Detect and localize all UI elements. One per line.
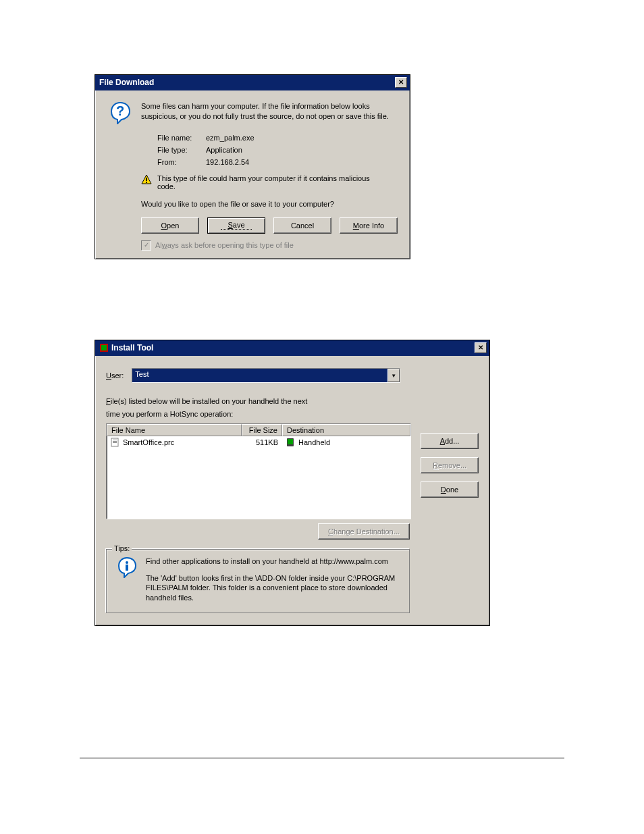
warning-message: Some files can harm your computer. If th… bbox=[141, 101, 398, 122]
svg-rect-5 bbox=[101, 345, 107, 350]
done-button[interactable]: Done bbox=[421, 481, 479, 498]
row0-dest: Handheld bbox=[298, 438, 330, 446]
more-info-button[interactable]: More Info bbox=[340, 217, 398, 234]
filename-label: File name: bbox=[157, 134, 206, 142]
close-icon[interactable]: ✕ bbox=[475, 342, 487, 353]
file-download-dialog: File Download ✕ ? Some files can harm yo… bbox=[95, 74, 410, 259]
cancel-button[interactable]: Cancel bbox=[273, 217, 331, 234]
tips-legend: Tips: bbox=[112, 544, 132, 552]
svg-rect-8 bbox=[113, 441, 117, 442]
prc-file-icon bbox=[111, 438, 120, 447]
svg-rect-7 bbox=[113, 440, 117, 440]
svg-rect-9 bbox=[113, 442, 117, 443]
save-button[interactable]: Save bbox=[207, 217, 265, 234]
remove-button: Remove... bbox=[421, 457, 479, 473]
handheld-icon bbox=[286, 438, 294, 447]
install-tool-app-icon bbox=[99, 343, 109, 353]
change-destination-button: Change Destination... bbox=[318, 523, 410, 540]
file-listview[interactable]: File Name File Size Destination SmartOff… bbox=[106, 423, 411, 519]
instruction-line2: time you perform a HotSync operation: bbox=[106, 409, 479, 419]
footer-divider bbox=[80, 758, 564, 758]
tips-line2: The 'Add' button looks first in the \ADD… bbox=[146, 573, 400, 604]
question-icon: ? bbox=[109, 101, 132, 124]
open-save-question: Would you like to open the file or save … bbox=[141, 200, 398, 208]
from-label: From: bbox=[157, 158, 206, 166]
user-combobox[interactable]: Test ▼ bbox=[132, 368, 400, 383]
close-icon[interactable]: ✕ bbox=[395, 77, 407, 88]
user-label: User: bbox=[106, 371, 124, 380]
page: File Download ✕ ? Some files can harm yo… bbox=[0, 0, 644, 834]
open-button[interactable]: Open bbox=[141, 217, 199, 234]
tips-line1: Find other applications to install on yo… bbox=[146, 556, 400, 567]
harm-warning: This type of file could harm your comput… bbox=[157, 174, 380, 190]
file-download-body: ? Some files can harm your computer. If … bbox=[95, 90, 410, 259]
open-button-rest: pen bbox=[167, 221, 179, 230]
svg-rect-2 bbox=[146, 178, 147, 181]
list-item[interactable]: SmartOffice.prc 511KB Handheld bbox=[107, 436, 410, 448]
file-download-titlebar: File Download ✕ bbox=[95, 75, 410, 90]
filename-value: ezm_palm.exe bbox=[206, 134, 398, 142]
chevron-down-icon[interactable]: ▼ bbox=[387, 369, 400, 382]
svg-point-12 bbox=[126, 561, 128, 564]
column-destination[interactable]: Destination bbox=[282, 424, 410, 436]
install-tool-titlebar: Install Tool ✕ bbox=[95, 340, 489, 356]
filetype-value: Application bbox=[206, 146, 398, 154]
cancel-button-label: Cancel bbox=[291, 221, 314, 230]
user-selected: Test bbox=[132, 369, 387, 382]
always-ask-row: ✓ Always ask before opening this type of… bbox=[141, 240, 398, 251]
info-icon bbox=[116, 556, 138, 578]
svg-rect-3 bbox=[146, 182, 147, 183]
install-tool-title: Install Tool bbox=[111, 343, 153, 353]
svg-rect-13 bbox=[126, 565, 128, 571]
add-button[interactable]: Add... bbox=[421, 433, 479, 449]
svg-rect-11 bbox=[288, 439, 293, 444]
row0-name: SmartOffice.prc bbox=[123, 438, 174, 446]
from-value: 192.168.2.54 bbox=[206, 158, 398, 166]
column-filesize[interactable]: File Size bbox=[242, 424, 282, 436]
column-filename[interactable]: File Name bbox=[107, 424, 242, 436]
install-tool-body: User: Test ▼ File(s) listed below will b… bbox=[95, 356, 489, 625]
always-ask-checkbox: ✓ bbox=[141, 240, 151, 251]
svg-text:?: ? bbox=[116, 103, 124, 118]
filetype-label: File type: bbox=[157, 146, 206, 154]
tips-groupbox: Tips: Find other applications to install… bbox=[106, 549, 410, 613]
warning-icon bbox=[141, 174, 152, 185]
listview-header: File Name File Size Destination bbox=[107, 424, 410, 436]
install-tool-dialog: Install Tool ✕ User: Test ▼ File(s) list… bbox=[95, 340, 490, 626]
row0-size: 511KB bbox=[242, 437, 282, 448]
file-download-title: File Download bbox=[99, 78, 154, 87]
